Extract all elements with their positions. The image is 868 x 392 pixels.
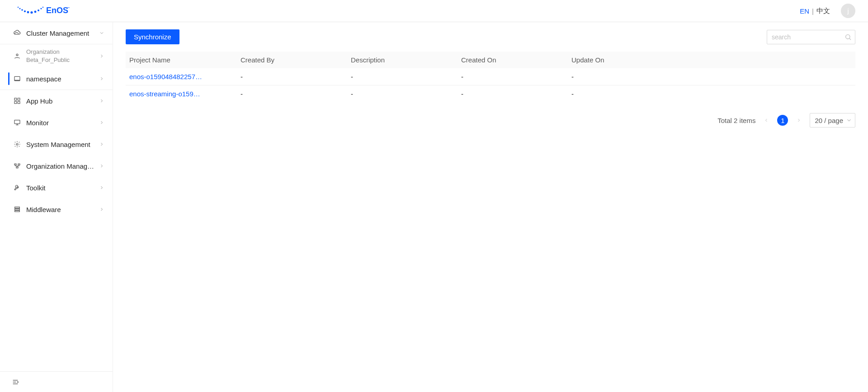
sidebar-item-organization-management[interactable]: Organization Manage… [0,155,113,177]
sidebar-item-label: Toolkit [26,184,95,192]
sidebar-item-app-hub[interactable]: App Hub [0,90,113,112]
svg-point-1 [19,8,21,9]
svg-rect-28 [15,211,20,212]
app-hub-icon [14,97,21,104]
avatar[interactable]: j [841,4,855,18]
sidebar-item-monitor[interactable]: Monitor [0,112,113,133]
search-input[interactable] [767,30,855,44]
sidebar-item-label: namespace [26,75,95,83]
sidebar-item-label: System Management [26,141,95,148]
svg-rect-26 [15,207,20,208]
lang-en[interactable]: EN [800,7,809,15]
col-description: Description [347,52,458,68]
header: EnOS ™ EN | 中文 j [0,0,868,22]
svg-point-8 [40,8,42,9]
svg-point-6 [34,11,37,13]
svg-point-22 [16,143,18,145]
organization-management-icon [14,162,21,170]
sidebar-item-label: App Hub [26,97,95,105]
cell-created-on: - [458,68,568,85]
svg-point-3 [24,10,26,12]
pagination: Total 2 items 1 20 / page [126,113,855,128]
table-row: enos-streaming-o159…---- [126,85,855,103]
chevron-right-icon [98,206,105,213]
cell-created-on: - [458,85,568,103]
cell-update-on: - [568,68,855,85]
svg-rect-25 [16,167,18,168]
cell-description: - [347,68,458,85]
cell-update-on: - [568,85,855,103]
sidebar-item-cluster-management[interactable]: Cluster Management [0,22,113,44]
svg-rect-18 [18,101,20,104]
chevron-down-icon [98,29,105,37]
pagination-total: Total 2 items [717,117,755,124]
svg-rect-23 [14,164,16,165]
chevron-down-icon [846,117,852,123]
project-link[interactable]: enos-streaming-o159… [129,90,200,98]
sidebar-item-label: Cluster Management [26,29,95,37]
svg-point-7 [38,9,39,11]
organization-label: Organization [26,48,95,56]
svg-point-9 [42,7,43,8]
sidebar-item-label: Organization Manage… [26,162,95,170]
cell-description: - [347,85,458,103]
brand-logo[interactable]: EnOS ™ [16,5,70,16]
cluster-management-icon [14,29,21,37]
projects-table: Project Name Created By Description Crea… [126,52,855,102]
middleware-icon [14,206,21,213]
chevron-right-icon [98,119,105,126]
page-size-select[interactable]: 20 / page [810,113,855,128]
col-created-on: Created On [458,52,568,68]
svg-point-2 [21,9,23,11]
sidebar-item-namespace[interactable]: namespace [0,68,113,90]
search-field-wrap [767,30,855,44]
svg-point-12 [16,54,18,56]
pagination-prev[interactable] [761,115,772,126]
avatar-initial: j [847,7,849,14]
chevron-right-icon [98,184,105,191]
monitor-icon [14,119,21,126]
cell-created-by: - [237,85,347,103]
lang-separator: | [812,7,814,15]
chevron-right-icon [98,141,105,148]
sidebar: Cluster ManagementOrganizationBeta_For_P… [0,22,113,392]
table-row: enos-o159048482257…---- [126,68,855,85]
sidebar-item-system-management[interactable]: System Management [0,133,113,155]
col-project-name: Project Name [126,52,237,68]
col-update-on: Update On [568,52,855,68]
svg-rect-17 [14,101,17,104]
svg-point-4 [27,11,29,14]
chevron-right-icon [98,52,105,60]
chevron-right-icon [98,75,105,82]
chevron-right-icon [98,162,105,170]
main-content: Synchronize Project Name [113,22,868,392]
svg-point-5 [30,11,33,14]
svg-rect-15 [14,98,17,100]
svg-rect-24 [18,164,20,165]
toolkit-icon [14,184,21,191]
namespace-icon [14,75,21,82]
pagination-page-1[interactable]: 1 [777,115,788,126]
page-size-label: 20 / page [815,117,843,124]
col-created-by: Created By [237,52,347,68]
lang-cn[interactable]: 中文 [816,7,830,15]
chevron-right-icon [98,97,105,104]
svg-rect-27 [15,209,20,210]
svg-point-0 [18,7,19,8]
language-switcher[interactable]: EN | 中文 [800,7,830,15]
system-management-icon [14,141,21,148]
sidebar-item-toolkit[interactable]: Toolkit [0,177,113,198]
sidebar-item-organization[interactable]: OrganizationBeta_For_Public [0,44,113,68]
sidebar-item-label: Monitor [26,119,95,127]
sidebar-item-middleware[interactable]: Middleware [0,198,113,220]
cell-created-by: - [237,68,347,85]
sidebar-item-label: Middleware [26,206,95,213]
svg-text:EnOS: EnOS [46,6,68,15]
collapse-sidebar-button[interactable] [11,378,20,387]
organization-name: Beta_For_Public [26,57,95,64]
project-link[interactable]: enos-o159048482257… [129,73,202,80]
pagination-next[interactable] [793,115,804,126]
svg-text:™: ™ [67,7,70,9]
synchronize-button[interactable]: Synchronize [126,29,179,44]
organization-icon [14,52,21,60]
